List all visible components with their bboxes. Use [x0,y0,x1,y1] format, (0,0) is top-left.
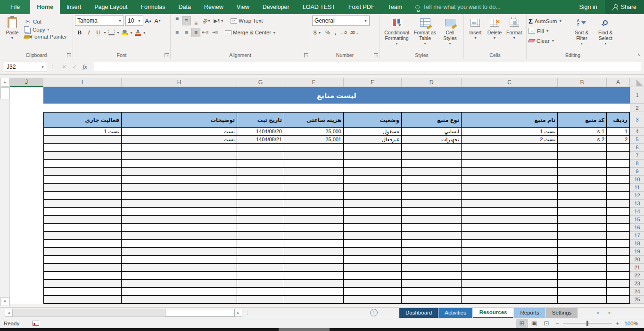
cell-G13[interactable] [237,200,284,208]
ribbon-tab-team[interactable]: Team [381,0,409,14]
row-header-11[interactable]: 11 [630,184,644,192]
cell-F24[interactable] [284,288,344,296]
zoom-in-icon[interactable]: + [613,320,622,327]
sheet-title-cell[interactable]: لیست منابع [43,87,630,104]
cell-A11[interactable] [607,184,630,192]
cell-J13[interactable] [10,200,43,208]
row-header-13[interactable]: 13 [630,200,644,208]
cell-E16[interactable] [344,224,402,232]
font-dialog-launcher[interactable]: ↘ [165,53,169,57]
column-header-H[interactable]: H [122,78,237,87]
align-left-button[interactable]: ≡ [173,28,182,37]
sign-in-button[interactable]: Sign in [571,0,604,14]
cell-B22[interactable] [558,272,607,280]
column-header-A[interactable]: A [607,78,630,87]
vertical-scrollbar[interactable]: ▲ ▼ [0,78,10,307]
macro-record-icon[interactable] [33,321,39,326]
cell-I9[interactable] [43,168,122,176]
column-header-G[interactable]: G [237,78,284,87]
cell-H10[interactable] [122,176,237,184]
ribbon-tab-file[interactable]: File [0,0,30,14]
sheet-tab-resources[interactable]: Resources [473,308,514,318]
cell-G12[interactable] [237,192,284,200]
cell-A9[interactable] [607,168,630,176]
ribbon-tab-data[interactable]: Data [172,0,197,14]
cell-H16[interactable] [122,224,237,232]
cell-I5[interactable] [43,136,122,144]
column-header-B[interactable]: B [558,78,607,87]
cell-H15[interactable] [122,216,237,224]
cell-A10[interactable] [607,176,630,184]
cell-F6[interactable] [284,144,344,152]
cell-I14[interactable] [43,208,122,216]
ribbon-tab-developer[interactable]: Developer [256,0,296,14]
cell-B16[interactable] [558,224,607,232]
cell-H11[interactable] [122,184,237,192]
conditional-formatting-button[interactable]: Conditional Formatting▼ [382,16,412,51]
cell-D20[interactable] [402,256,462,264]
cell-G11[interactable] [237,184,284,192]
cell-H5[interactable]: تست [122,136,237,144]
cell-H20[interactable] [122,256,237,264]
cell-J3[interactable] [10,112,43,128]
cell-B19[interactable] [558,248,607,256]
sheet-tab-settings[interactable]: Settings [546,308,578,318]
row-header-18[interactable]: 18 [630,240,644,248]
cell-E22[interactable] [344,272,402,280]
cell-E21[interactable] [344,264,402,272]
cell-C6[interactable] [462,144,558,152]
cell-D25[interactable] [402,296,462,304]
cell-D21[interactable] [402,264,462,272]
tell-me-box[interactable]: Tell me what you want to do... [415,0,501,14]
orientation-button[interactable]: ab▼ [201,16,212,25]
cell-B7[interactable] [558,152,607,160]
cell-J17[interactable] [10,232,43,240]
find-select-button[interactable]: Find & Select▼ [594,16,617,51]
cell-J15[interactable] [10,216,43,224]
row-header-24[interactable]: 24 [630,288,644,296]
cell-I24[interactable] [43,288,122,296]
row-header-14[interactable]: 14 [630,208,644,216]
cell-H18[interactable] [122,240,237,248]
cell-I16[interactable] [43,224,122,232]
cell-A4[interactable]: 1 [607,128,630,136]
cell-F5[interactable]: 25,001 [284,136,344,144]
hscroll-right-icon[interactable]: ► [234,309,242,317]
cell-G8[interactable] [237,160,284,168]
normal-view-icon[interactable]: ⊞ [516,319,528,328]
cell-H17[interactable] [122,232,237,240]
number-dialog-launcher[interactable]: ↘ [374,53,378,57]
select-all-corner[interactable] [630,78,644,87]
cell-B21[interactable] [558,264,607,272]
cell-B8[interactable] [558,160,607,168]
cell-J25[interactable] [10,296,43,304]
cell-D17[interactable] [402,232,462,240]
cell-I10[interactable] [43,176,122,184]
cell-C18[interactable] [462,240,558,248]
cell-B4[interactable]: s-1 [558,128,607,136]
merge-center-button[interactable]: ↔Merge & Center▼ [223,29,277,36]
cell-A20[interactable] [607,256,630,264]
row-header-4[interactable]: 4 [630,128,644,136]
bottom-align-button[interactable]: ≡ [191,16,200,25]
table-header-F3[interactable]: هزینه ساعتی [284,112,344,128]
cell-D4[interactable]: انساني [402,128,462,136]
font-color-button[interactable]: A [133,29,142,36]
align-right-button[interactable]: ≡ [191,28,200,37]
cell-C10[interactable] [462,176,558,184]
font-name-select[interactable]: Tahoma▼ [75,16,124,26]
row-header-10[interactable]: 10 [630,176,644,184]
cut-button[interactable]: ✂Cut [23,17,68,25]
cell-A19[interactable] [607,248,630,256]
table-header-G3[interactable]: تاریخ ثبت [237,112,284,128]
cell-H7[interactable] [122,152,237,160]
cell-A7[interactable] [607,152,630,160]
cell-I20[interactable] [43,256,122,264]
cell-G6[interactable] [237,144,284,152]
table-header-C3[interactable]: نام منبع [462,112,558,128]
cell-G5[interactable]: 1404/08/21 [237,136,284,144]
ribbon-tab-load-test[interactable]: LOAD TEST [296,0,342,14]
cell-F15[interactable] [284,216,344,224]
cell-F11[interactable] [284,184,344,192]
sheet-nav-right-icon[interactable]: ► [608,311,611,315]
